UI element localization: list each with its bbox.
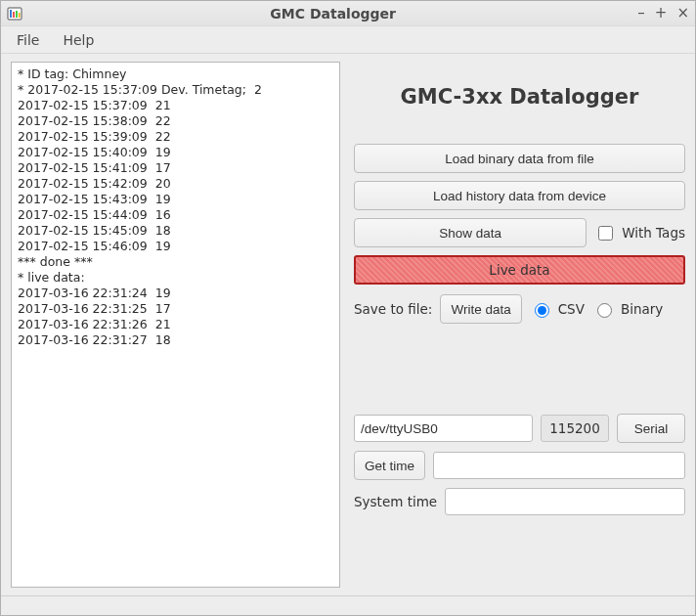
close-icon[interactable]: × [676, 6, 689, 21]
menu-help[interactable]: Help [53, 28, 104, 52]
write-data-button[interactable]: Write data [440, 294, 521, 324]
statusbar [1, 595, 695, 615]
maximize-icon[interactable]: + [655, 6, 668, 21]
system-time-label: System time [354, 494, 437, 509]
panel-title: GMC-3xx Datalogger [354, 85, 685, 109]
binary-radio-label[interactable]: Binary [592, 300, 663, 318]
binary-radio[interactable] [597, 303, 612, 318]
menubar: File Help [1, 26, 695, 54]
window-title: GMC Datalogger [28, 6, 637, 22]
live-data-button[interactable]: Live data [354, 255, 685, 285]
baudrate-selector[interactable]: 115200 [541, 415, 609, 442]
device-path-input[interactable] [354, 415, 533, 442]
load-binary-file-button[interactable]: Load binary data from file [354, 144, 685, 173]
log-textarea[interactable]: * ID tag: Chimney * 2017-02-15 15:37:09 … [11, 62, 340, 588]
svg-rect-1 [10, 10, 12, 18]
with-tags-text: With Tags [622, 225, 685, 241]
device-time-output[interactable] [433, 452, 685, 479]
svg-rect-4 [19, 13, 21, 18]
app-icon [7, 6, 22, 22]
window-controls: – + × [637, 6, 689, 21]
show-data-button[interactable]: Show data [354, 218, 587, 247]
svg-rect-2 [13, 12, 15, 18]
save-to-file-label: Save to file: [354, 301, 432, 317]
with-tags-checkbox-label[interactable]: With Tags [594, 223, 685, 243]
right-pane: GMC-3xx Datalogger Load binary data from… [354, 62, 685, 588]
left-pane: * ID tag: Chimney * 2017-02-15 15:37:09 … [11, 62, 340, 588]
content-area: * ID tag: Chimney * 2017-02-15 15:37:09 … [1, 54, 695, 595]
minimize-icon[interactable]: – [637, 6, 645, 21]
titlebar: GMC Datalogger – + × [1, 1, 695, 26]
get-time-button[interactable]: Get time [354, 451, 425, 480]
with-tags-checkbox[interactable] [598, 226, 613, 241]
svg-rect-3 [16, 11, 18, 18]
csv-radio-label[interactable]: CSV [530, 300, 585, 318]
app-window: GMC Datalogger – + × File Help * ID tag:… [0, 0, 696, 616]
load-history-device-button[interactable]: Load history data from device [354, 181, 685, 210]
serial-button[interactable]: Serial [617, 414, 685, 443]
menu-file[interactable]: File [7, 28, 49, 52]
system-time-output[interactable] [445, 488, 685, 515]
csv-radio[interactable] [535, 303, 549, 318]
